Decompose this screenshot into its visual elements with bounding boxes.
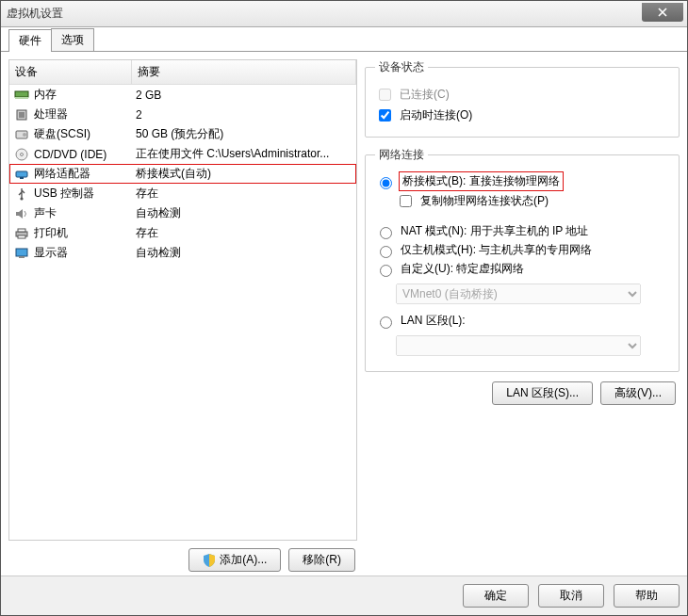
- device-summary: 桥接模式(自动): [136, 166, 352, 182]
- connect-startup-row: 启动时连接(O): [375, 106, 669, 124]
- cancel-button[interactable]: 取消: [538, 584, 604, 608]
- lan-segment-radio[interactable]: [380, 316, 392, 329]
- connected-label: 已连接(C): [400, 87, 450, 103]
- usb-icon: [13, 186, 30, 202]
- lan-segment-row: LAN 区段(L):: [375, 313, 669, 329]
- device-summary: 自动检测: [136, 245, 352, 261]
- network-icon: [13, 167, 30, 182]
- sound-icon: [13, 206, 30, 221]
- lan-segment-label[interactable]: LAN 区段(L):: [401, 313, 466, 329]
- tab-hardware[interactable]: 硬件: [8, 29, 52, 52]
- device-row-network[interactable]: 网络适配器桥接模式(自动): [9, 164, 356, 184]
- lan-segments-button-label: LAN 区段(S)...: [506, 385, 579, 401]
- printer-icon: [13, 226, 30, 241]
- svg-rect-9: [20, 177, 24, 179]
- custom-radio[interactable]: [380, 265, 392, 277]
- device-name: CD/DVD (IDE): [34, 148, 136, 161]
- device-name: 网络适配器: [34, 166, 136, 182]
- device-summary: 2: [136, 108, 352, 122]
- bridged-radio[interactable]: [380, 177, 392, 189]
- shield-icon: [203, 554, 216, 567]
- svg-rect-14: [16, 249, 27, 256]
- device-summary: 50 GB (预先分配): [136, 126, 352, 142]
- device-summary: 2 GB: [136, 89, 352, 102]
- svg-point-7: [21, 153, 24, 155]
- device-name: 声卡: [34, 205, 136, 221]
- left-buttons: 添加(A)... 移除(R): [8, 541, 357, 572]
- device-summary: 正在使用文件 C:\Users\Administrator...: [136, 146, 352, 162]
- device-summary: 自动检测: [136, 205, 352, 221]
- device-list-header: 设备 摘要: [9, 60, 356, 85]
- svg-rect-0: [15, 91, 28, 97]
- device-name: 硬盘(SCSI): [34, 126, 136, 142]
- content-area: 设备 摘要 内存2 GB处理器2硬盘(SCSI)50 GB (预先分配)CD/D…: [1, 52, 687, 579]
- cancel-button-label: 取消: [560, 588, 582, 604]
- dialog-footer: 确定 取消 帮助: [1, 575, 687, 615]
- hostonly-radio[interactable]: [380, 246, 392, 258]
- device-row-disk[interactable]: 硬盘(SCSI)50 GB (预先分配): [9, 124, 356, 144]
- svg-rect-13: [18, 235, 25, 238]
- vm-settings-window: 虚拟机设置 硬件 选项 设备 摘要 内存2 GB处理器2硬盘(SCSI)50 G…: [0, 0, 688, 616]
- replicate-checkbox[interactable]: [400, 195, 412, 207]
- device-name: 显示器: [34, 245, 136, 261]
- custom-label[interactable]: 自定义(U): 特定虚拟网络: [401, 261, 524, 277]
- device-summary: 存在: [136, 186, 352, 202]
- titlebar: 虚拟机设置: [1, 1, 687, 27]
- device-row-usb[interactable]: USB 控制器存在: [9, 184, 356, 203]
- device-list: 设备 摘要 内存2 GB处理器2硬盘(SCSI)50 GB (预先分配)CD/D…: [8, 59, 357, 541]
- ok-button[interactable]: 确定: [463, 584, 529, 608]
- network-connection-legend: 网络连接: [375, 147, 428, 163]
- remove-button-label: 移除(R): [303, 552, 341, 568]
- cd-icon: [13, 147, 30, 162]
- nat-row: NAT 模式(N): 用于共享主机的 IP 地址: [375, 223, 669, 239]
- device-status-legend: 设备状态: [375, 59, 428, 75]
- add-button-label: 添加(A)...: [220, 552, 267, 568]
- device-name: USB 控制器: [34, 186, 136, 202]
- left-panel: 设备 摘要 内存2 GB处理器2硬盘(SCSI)50 GB (预先分配)CD/D…: [8, 59, 357, 572]
- svg-point-10: [20, 197, 23, 200]
- lan-segments-button[interactable]: LAN 区段(S)...: [492, 381, 593, 405]
- replicate-row: 复制物理网络连接状态(P): [396, 192, 669, 210]
- bridged-label[interactable]: 桥接模式(B): 直接连接物理网络: [401, 173, 562, 189]
- advanced-button[interactable]: 高级(V)...: [600, 381, 676, 405]
- disk-icon: [13, 127, 30, 142]
- tabs: 硬件 选项: [1, 27, 687, 52]
- svg-rect-12: [18, 229, 25, 232]
- close-button[interactable]: [642, 3, 683, 22]
- device-row-cd[interactable]: CD/DVD (IDE)正在使用文件 C:\Users\Administrato…: [9, 144, 356, 164]
- right-extra-buttons: LAN 区段(S)... 高级(V)...: [365, 381, 680, 405]
- hostonly-label[interactable]: 仅主机模式(H): 与主机共享的专用网络: [401, 242, 592, 258]
- connected-checkbox: [379, 89, 391, 101]
- connect-startup-checkbox[interactable]: [379, 109, 391, 122]
- ok-button-label: 确定: [484, 588, 507, 604]
- tab-options[interactable]: 选项: [51, 28, 94, 51]
- svg-rect-3: [19, 112, 25, 118]
- device-row-display[interactable]: 显示器自动检测: [9, 243, 356, 263]
- device-name: 处理器: [34, 106, 136, 122]
- connect-startup-label[interactable]: 启动时连接(O): [400, 107, 472, 123]
- svg-rect-15: [19, 256, 25, 258]
- col-header-summary[interactable]: 摘要: [132, 60, 356, 84]
- add-button[interactable]: 添加(A)...: [188, 548, 281, 572]
- device-row-cpu[interactable]: 处理器2: [9, 105, 356, 124]
- right-panel: 设备状态 已连接(C) 启动时连接(O) 网络连接 桥接模式(B): 直接连接物…: [365, 59, 680, 572]
- window-title: 虚拟机设置: [7, 6, 63, 22]
- svg-rect-1: [15, 97, 28, 99]
- device-row-sound[interactable]: 声卡自动检测: [9, 203, 356, 223]
- replicate-label[interactable]: 复制物理网络连接状态(P): [420, 193, 549, 209]
- memory-icon: [13, 88, 30, 103]
- help-button[interactable]: 帮助: [614, 584, 680, 608]
- connected-row: 已连接(C): [375, 86, 669, 104]
- cpu-icon: [13, 107, 30, 122]
- device-row-printer[interactable]: 打印机存在: [9, 223, 356, 243]
- custom-row: 自定义(U): 特定虚拟网络: [375, 261, 669, 277]
- device-row-memory[interactable]: 内存2 GB: [9, 85, 356, 105]
- help-button-label: 帮助: [635, 588, 658, 604]
- advanced-button-label: 高级(V)...: [614, 385, 662, 401]
- nat-label[interactable]: NAT 模式(N): 用于共享主机的 IP 地址: [401, 223, 588, 239]
- remove-button[interactable]: 移除(R): [288, 548, 355, 572]
- nat-radio[interactable]: [380, 227, 392, 239]
- display-icon: [13, 246, 30, 261]
- col-header-device[interactable]: 设备: [9, 60, 132, 84]
- custom-vmnet-select: VMnet0 (自动桥接): [396, 284, 641, 304]
